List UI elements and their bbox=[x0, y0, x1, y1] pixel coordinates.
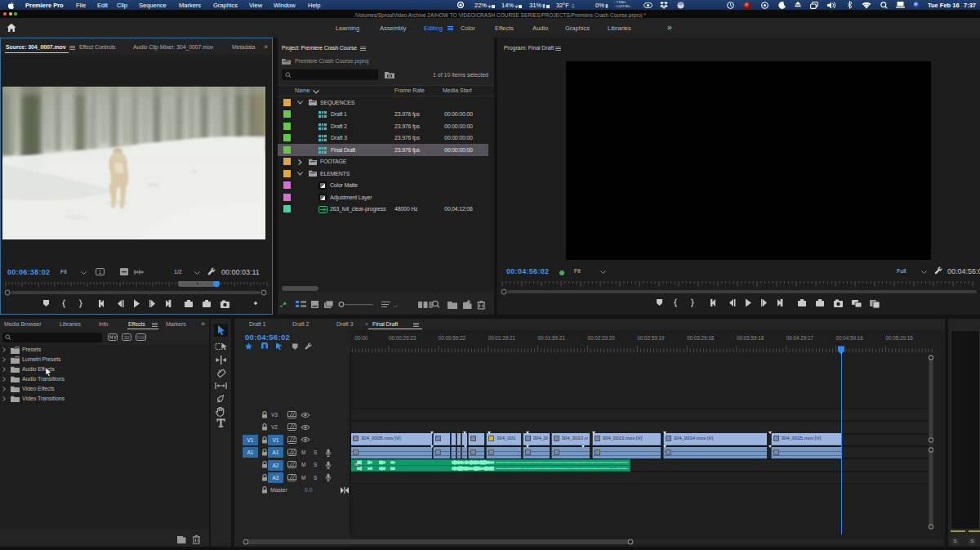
svg-text:00:02:29:20: 00:02:29:20 bbox=[587, 335, 615, 341]
svg-text:00:00:29:23: 00:00:29:23 bbox=[389, 335, 416, 341]
svg-text:1: 1 bbox=[99, 269, 102, 275]
svg-text::00:00: :00:00 bbox=[354, 335, 368, 341]
svg-text:00:03:59:18: 00:03:59:18 bbox=[737, 335, 764, 341]
svg-text:00:00:59:22: 00:00:59:22 bbox=[439, 335, 466, 341]
svg-text:00:03:29:18: 00:03:29:18 bbox=[687, 335, 715, 341]
svg-text:00:04:59:16: 00:04:59:16 bbox=[836, 335, 864, 341]
svg-text:YUV: YUV bbox=[136, 335, 145, 340]
svg-text:00:05:29:16: 00:05:29:16 bbox=[886, 335, 914, 341]
svg-text:00:02:59:19: 00:02:59:19 bbox=[637, 335, 665, 341]
svg-text:32: 32 bbox=[124, 335, 130, 340]
svg-text:00:01:29:21: 00:01:29:21 bbox=[488, 335, 516, 341]
svg-text:00:04:29:17: 00:04:29:17 bbox=[786, 335, 814, 341]
svg-text:00:01:59:21: 00:01:59:21 bbox=[538, 335, 566, 341]
